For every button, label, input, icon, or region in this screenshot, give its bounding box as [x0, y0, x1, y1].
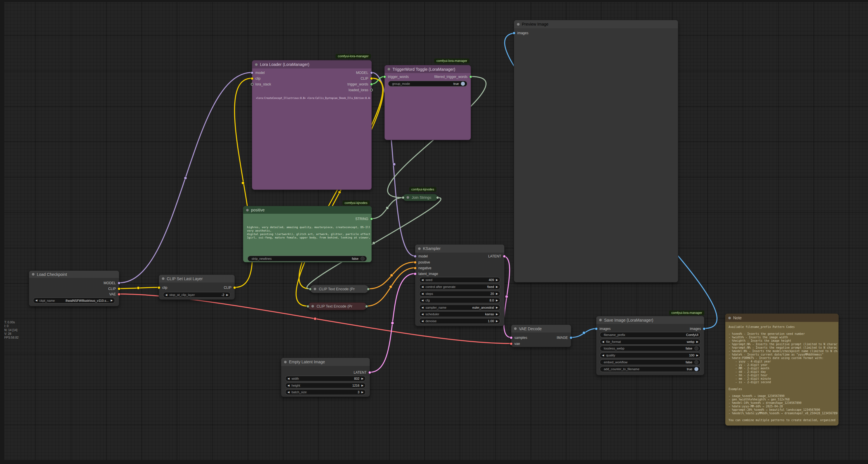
- clip-dot-icon[interactable]: [251, 77, 254, 80]
- output-slot-vae[interactable]: VAE: [109, 291, 121, 297]
- right-arrow-icon[interactable]: ▶: [362, 377, 364, 380]
- node-header[interactable]: Save Image (LoraManager): [596, 316, 704, 324]
- collapse-dot-icon[interactable]: [162, 277, 164, 280]
- latent-dot-icon[interactable]: [503, 255, 506, 258]
- node-note[interactable]: Note Available filename_prefix Pattern C…: [725, 314, 839, 426]
- left-arrow-icon[interactable]: ◀: [422, 320, 424, 322]
- width-widget[interactable]: ◀width832▶: [285, 376, 366, 381]
- node-join-strings[interactable]: Join Strings: [403, 194, 438, 201]
- node-triggerword-toggle[interactable]: TriggerWord Toggle (LoraManager) trigger…: [384, 65, 471, 140]
- strip-newlines-widget[interactable]: strip_newlines false: [248, 256, 367, 261]
- output-slot-clip[interactable]: CLIP: [361, 76, 373, 81]
- collapse-dot-icon[interactable]: [32, 273, 34, 276]
- output-slot-images[interactable]: images: [690, 326, 706, 332]
- toggle-knob-icon[interactable]: [694, 367, 699, 371]
- left-arrow-icon[interactable]: ◀: [602, 341, 604, 343]
- collapse-dot-icon[interactable]: [514, 327, 517, 330]
- right-arrow-icon[interactable]: ▶: [496, 299, 498, 302]
- input-dot-icon[interactable]: [307, 305, 309, 308]
- input-slot-model[interactable]: model: [414, 254, 428, 259]
- lossless-webp-widget[interactable]: lossless_webpfalse: [600, 346, 701, 351]
- left-arrow-icon[interactable]: ◀: [422, 293, 424, 295]
- left-arrow-icon[interactable]: ◀: [422, 279, 424, 281]
- left-arrow-icon[interactable]: ◀: [287, 391, 289, 394]
- collapse-dot-icon[interactable]: [728, 317, 731, 319]
- toggle-knob-icon[interactable]: [461, 82, 465, 86]
- input-slot-samples[interactable]: samples: [510, 335, 527, 341]
- right-arrow-icon[interactable]: ▶: [496, 279, 498, 281]
- input-slot-trigger-words[interactable]: trigger_words: [383, 74, 409, 80]
- lora-syntax-text[interactable]: <lora:CreateConcept_Illustrious:0.8> <lo…: [256, 97, 370, 100]
- node-header[interactable]: Lora Loader (LoraManager): [252, 60, 371, 68]
- image-dot-icon[interactable]: [569, 336, 572, 339]
- input-slot-model[interactable]: model: [251, 70, 265, 76]
- collapse-dot-icon[interactable]: [284, 361, 287, 363]
- input-slot-positive[interactable]: positive: [414, 259, 430, 265]
- scheduler-widget[interactable]: ◀schedulerkarras▶: [419, 311, 500, 317]
- cfg-widget[interactable]: ◀cfg8.0▶: [419, 297, 500, 303]
- clip-dot-icon[interactable]: [233, 286, 236, 289]
- left-arrow-icon[interactable]: ◀: [287, 377, 289, 380]
- right-arrow-icon[interactable]: ▶: [496, 313, 498, 316]
- control-after-generate-widget[interactable]: ◀control after generatefixed▶: [419, 284, 500, 290]
- collapse-dot-icon[interactable]: [517, 23, 520, 26]
- node-header[interactable]: VAE Decode: [511, 325, 571, 332]
- loaded-loras-dot-icon[interactable]: [370, 89, 373, 91]
- right-arrow-icon[interactable]: ▶: [496, 307, 498, 309]
- output-dot-icon[interactable]: [367, 288, 370, 291]
- node-positive-prompt[interactable]: positive STRING highres, very detailed, …: [243, 206, 372, 262]
- ckpt-name-widget[interactable]: ◀ ckpt_name il\waiNSFWIllustrious_v110.s…: [33, 297, 115, 303]
- node-clip-set-last-layer[interactable]: CLIP Set Last Layer clip CLIP ◀ stop_at_…: [159, 274, 235, 300]
- file-format-widget[interactable]: ◀file_formatwebp▶: [600, 339, 701, 345]
- add-counter-to-filename-widget[interactable]: add_counter_to_filenametrue: [600, 366, 701, 372]
- output-slot-trigger-words[interactable]: trigger_words: [347, 81, 373, 87]
- prompt-text[interactable]: highres, very detailed, amazing quality,…: [247, 226, 370, 239]
- input-dot-icon[interactable]: [309, 288, 312, 291]
- conditioning-dot-icon[interactable]: [414, 261, 416, 264]
- node-canvas[interactable]: Load Checkpoint MODEL CLIP VAE ◀ ckpt_na…: [0, 0, 868, 464]
- output-slot-image[interactable]: IMAGE: [557, 335, 572, 341]
- node-clip-text-encode-negative[interactable]: CLIP Text Encode (Pr: [308, 302, 367, 310]
- batch-size-widget[interactable]: ◀batch_size3▶: [285, 389, 366, 395]
- latent-dot-icon[interactable]: [414, 272, 416, 275]
- output-dot-icon[interactable]: [365, 305, 368, 308]
- output-slot-loaded-loras[interactable]: loaded_loras: [348, 87, 373, 93]
- input-slot-lora-stack[interactable]: lora_stack: [251, 81, 271, 87]
- node-header[interactable]: CLIP Set Last Layer: [159, 275, 235, 283]
- left-arrow-icon[interactable]: ◀: [422, 307, 424, 309]
- image-dot-icon[interactable]: [703, 327, 706, 330]
- embed-workflow-widget[interactable]: embed_workflowfalse: [600, 359, 701, 365]
- collapse-dot-icon[interactable]: [314, 288, 316, 290]
- toggle-knob-icon[interactable]: [694, 360, 699, 364]
- clip-dot-icon[interactable]: [158, 286, 160, 289]
- node-load-checkpoint[interactable]: Load Checkpoint MODEL CLIP VAE ◀ ckpt_na…: [29, 270, 119, 307]
- image-dot-icon[interactable]: [595, 327, 598, 330]
- right-arrow-icon[interactable]: ▶: [111, 299, 113, 302]
- left-arrow-icon[interactable]: ◀: [422, 299, 424, 302]
- output-slot-model[interactable]: MODEL: [103, 280, 121, 286]
- toggle-knob-icon[interactable]: [361, 257, 365, 261]
- image-dot-icon[interactable]: [513, 32, 516, 34]
- node-lora-loader[interactable]: Lora Loader (LoraManager) model clip lor…: [252, 60, 372, 190]
- right-arrow-icon[interactable]: ▶: [496, 320, 498, 322]
- collapse-dot-icon[interactable]: [388, 68, 390, 70]
- right-arrow-icon[interactable]: ▶: [496, 293, 498, 295]
- left-arrow-icon[interactable]: ◀: [602, 354, 604, 357]
- filename-prefix-widget[interactable]: filename_prefixComfyUI: [600, 332, 701, 338]
- clip-dot-icon[interactable]: [118, 287, 121, 290]
- input-slot-clip[interactable]: clip: [251, 76, 260, 81]
- input-slot-images[interactable]: images: [595, 326, 611, 332]
- output-slot-clip[interactable]: CLIP: [108, 286, 121, 292]
- node-header[interactable]: KSampler: [415, 244, 504, 253]
- input-slot-latent-image[interactable]: latent_image: [414, 271, 438, 277]
- collapse-dot-icon[interactable]: [407, 196, 409, 199]
- latent-dot-icon[interactable]: [510, 336, 513, 339]
- output-slot-latent[interactable]: LATENT: [354, 370, 371, 375]
- node-clip-text-encode-positive[interactable]: CLIP Text Encode (Pr: [310, 285, 369, 293]
- string-dot-icon[interactable]: [370, 218, 373, 220]
- denoise-widget[interactable]: ◀denoise1.00▶: [419, 318, 500, 324]
- collapse-dot-icon[interactable]: [418, 248, 421, 250]
- collapse-dot-icon[interactable]: [255, 63, 258, 66]
- height-widget[interactable]: ◀height1216▶: [285, 383, 366, 388]
- left-arrow-icon[interactable]: ◀: [422, 313, 424, 316]
